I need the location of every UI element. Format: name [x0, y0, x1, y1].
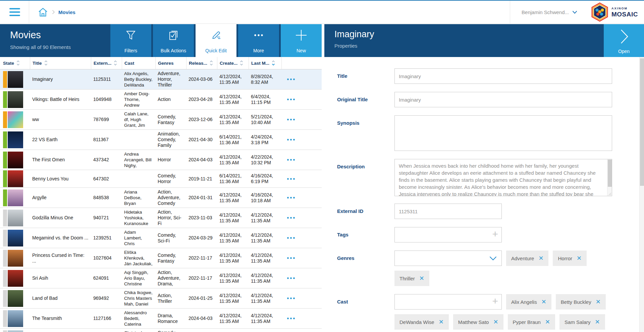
table-row[interactable]: ww787699Calah Lane, df, Hugh Grant, JimC… — [0, 110, 322, 130]
panel-title: Movies — [10, 30, 110, 41]
remove-chip-button[interactable]: ✕ — [493, 319, 498, 325]
cast-cell: Aqi Singgih, Ario Bayu, Christine — [122, 268, 156, 288]
table-row[interactable]: 22 VS Earth811367Animation, Comedy, Fami… — [0, 130, 322, 150]
column-header-external-id[interactable]: Extern... — [91, 57, 122, 69]
remove-chip-button[interactable]: ✕ — [577, 255, 582, 261]
created-cell: 6/14/2021, 11:36 AM — [217, 133, 249, 147]
topbar-divider — [510, 1, 510, 23]
table-row[interactable]: Benny Loves You647302Comedy, Horror2019-… — [0, 170, 322, 188]
properties-form: Title Original Title Synopsis Descriptio… — [324, 57, 644, 332]
genres-cell: Action, Horror, Sci-Fi — [156, 208, 186, 228]
column-header-released[interactable]: Releas... — [186, 57, 217, 69]
row-actions-button[interactable] — [282, 193, 297, 202]
row-actions-button[interactable] — [282, 175, 297, 183]
created-cell: 4/12/2024, 11:35 AM — [217, 271, 249, 285]
row-actions-button[interactable] — [282, 214, 297, 222]
chip-cast: Betty Buckley✕ — [556, 294, 606, 310]
column-header-state[interactable]: State — [0, 57, 30, 69]
table-row[interactable]: Land of Bad969492Chika Ikogwe, Chris Mas… — [0, 288, 322, 309]
table-row[interactable]: Poor Things792307Christopher Abbott, Emm… — [0, 329, 322, 332]
row-actions-button[interactable] — [282, 135, 297, 144]
table-row[interactable]: Vikings: Battle of Heirs1049948Amber Doi… — [0, 90, 322, 110]
row-actions-button[interactable] — [282, 115, 297, 124]
table-row[interactable]: Princess Cursed in Time: ...1027604Elišk… — [0, 248, 322, 268]
state-cell — [0, 229, 30, 247]
row-actions-button[interactable] — [282, 95, 297, 104]
remove-chip-button[interactable]: ✕ — [596, 299, 601, 305]
actions-cell — [282, 95, 322, 104]
bulk-actions-button[interactable]: Bulk Actions — [153, 24, 194, 57]
cast-input[interactable]: + — [394, 294, 502, 310]
row-actions-button[interactable] — [282, 274, 297, 282]
released-cell: 2024-01-25 — [186, 294, 217, 302]
column-header-created[interactable]: Create... — [217, 57, 249, 69]
more-button[interactable]: More — [238, 24, 279, 57]
row-actions-button[interactable] — [282, 294, 297, 302]
breadcrumb-chevron-icon — [52, 10, 55, 14]
original-title-input[interactable] — [394, 92, 612, 107]
synopsis-textarea[interactable] — [394, 115, 612, 151]
remove-chip-button[interactable]: ✕ — [595, 319, 600, 325]
external-id-input[interactable] — [394, 204, 502, 219]
chevron-down-icon — [489, 256, 497, 261]
genres-select[interactable] — [394, 251, 502, 266]
table-row[interactable]: Megamind vs. the Doom ...1239251Adam Lam… — [0, 228, 322, 248]
tags-input[interactable]: + — [394, 227, 502, 242]
description-textarea[interactable]: When Jessica moves back into her childho… — [394, 159, 612, 196]
row-actions-button[interactable] — [282, 234, 297, 242]
remove-chip-button[interactable]: ✕ — [419, 275, 424, 281]
hamburger-menu-button[interactable] — [8, 7, 21, 17]
column-header-actions — [282, 57, 322, 69]
column-header-title[interactable]: Title — [30, 57, 91, 69]
state-indicator — [3, 310, 7, 327]
title-cell: Land of Bad — [30, 294, 91, 302]
open-button[interactable]: Open — [604, 24, 644, 57]
quick-edit-button[interactable]: Quick Edit — [196, 24, 236, 57]
cast-cell — [122, 139, 156, 141]
table-header: State Title Extern... Cast Genres Releas… — [0, 57, 322, 69]
table-row[interactable]: The First Omen437342Andrea Arcangeli, Bi… — [0, 150, 322, 170]
title-cell: Sri Asih — [30, 274, 91, 282]
title-input[interactable] — [394, 68, 612, 84]
row-actions-button[interactable] — [282, 156, 297, 164]
modified-cell: 8/28/2024, 8:32 AM — [249, 72, 282, 87]
external-id-cell: 624091 — [91, 274, 122, 282]
column-header-last-modified[interactable]: Last M... — [249, 57, 282, 69]
filters-button[interactable]: Filters — [110, 24, 151, 57]
remove-chip-button[interactable]: ✕ — [541, 299, 546, 305]
row-actions-button[interactable] — [282, 254, 297, 262]
actions-cell — [282, 175, 322, 183]
modified-cell: 4/12/2024, 11:35 AM — [249, 312, 282, 326]
chip-cast: Alix Angelis✕ — [506, 294, 551, 310]
user-menu-button[interactable]: Benjamin Schwend... — [520, 9, 579, 15]
state-indicator — [3, 71, 7, 88]
plus-icon: + — [492, 295, 498, 307]
actions-cell — [282, 294, 322, 302]
scrollbar-thumb[interactable] — [608, 160, 612, 187]
row-actions-button[interactable] — [282, 314, 297, 323]
table-row[interactable]: The Tearsmith1127166Alessandro Bedetti, … — [0, 309, 322, 329]
released-cell: 2021-04-30 — [186, 135, 217, 144]
breadcrumb-current[interactable]: Movies — [58, 9, 75, 15]
table-row[interactable]: Godzilla Minus One940721Hidetaka Yoshiok… — [0, 208, 322, 228]
plus-icon: + — [492, 228, 498, 240]
table-row[interactable]: Argylle848538Ariana DeBose, BryanAction,… — [0, 188, 322, 208]
table-row[interactable]: Sri Asih624091Aqi Singgih, Ario Bayu, Ch… — [0, 268, 322, 288]
topbar-divider — [29, 1, 29, 23]
remove-chip-button[interactable]: ✕ — [439, 319, 444, 325]
user-name: Benjamin Schwend... — [522, 9, 569, 15]
home-icon[interactable] — [37, 7, 49, 18]
external-id-cell: 1239251 — [91, 234, 122, 242]
row-actions-button[interactable] — [282, 75, 297, 84]
title-cell: The First Omen — [30, 156, 91, 164]
released-cell: 2022-11-17 — [186, 274, 217, 282]
modified-cell: 4/12/2024, 11:35 AM — [249, 291, 282, 306]
textarea-scrollbar[interactable] — [607, 159, 612, 196]
panel-scrollbar[interactable] — [639, 57, 644, 332]
remove-chip-button[interactable]: ✕ — [538, 255, 543, 261]
new-button[interactable]: New — [281, 24, 322, 57]
remove-chip-button[interactable]: ✕ — [545, 319, 550, 325]
scrollbar-thumb[interactable] — [640, 58, 644, 186]
title-cell: Argylle — [30, 193, 91, 202]
table-row[interactable]: Imaginary1125311Alix Angelis, Betty Buck… — [0, 69, 322, 90]
